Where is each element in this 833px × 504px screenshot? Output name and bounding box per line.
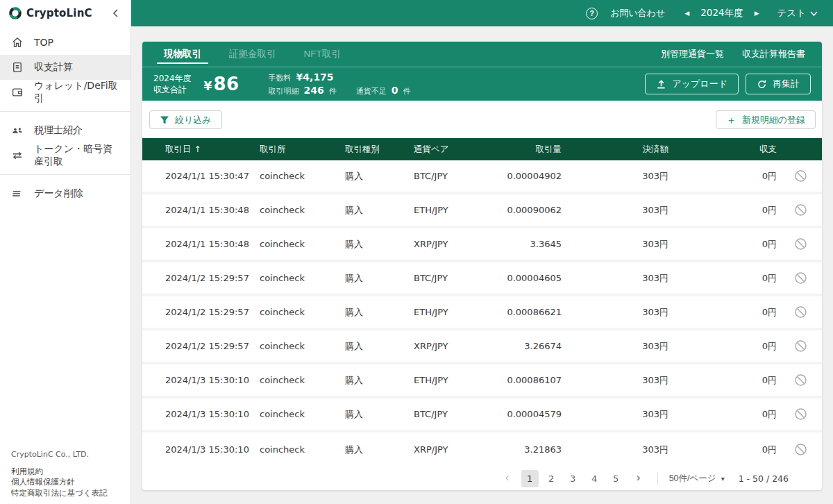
pagination-page-3[interactable]: 3 xyxy=(564,470,582,487)
sidebar-item-top[interactable]: TOP xyxy=(0,30,131,55)
year-prev-icon[interactable]: ◀ xyxy=(684,10,689,17)
shortage-value: 0 xyxy=(392,85,398,96)
cell-pair: BTC/JPY xyxy=(414,409,497,419)
shortage-label: 通貨不足 xyxy=(356,86,387,96)
cell-pnl: 0円 xyxy=(677,238,780,251)
sidebar-item-label: データ削除 xyxy=(34,187,83,200)
cell-exchange: coincheck xyxy=(259,444,345,455)
cell-pair: BTC/JPY xyxy=(414,273,497,283)
fiscal-year-label: 2024年度 xyxy=(700,7,743,19)
sidebar-item-data-delete[interactable]: データ削除 xyxy=(0,181,131,206)
sidebar-nav: TOP 収支計算 ウォレット/DeFi取引 税理士紹介 トー xyxy=(0,26,131,206)
cell-quantity: 3.26674 xyxy=(497,341,564,351)
tab-nft-trading[interactable]: NFT取引 xyxy=(290,42,355,67)
column-header-type[interactable]: 取引種別 xyxy=(345,144,414,156)
pagination-next-icon[interactable]: › xyxy=(631,471,646,487)
year-next-icon[interactable]: ▶ xyxy=(755,10,759,17)
cell-date: 2024/1/1 15:30:47 xyxy=(142,171,259,181)
cell-settlement: 303円 xyxy=(564,170,677,183)
exclude-row-button[interactable] xyxy=(793,407,809,422)
block-icon xyxy=(794,339,807,353)
sidebar-divider xyxy=(0,111,131,112)
exclude-row-button[interactable] xyxy=(793,442,809,457)
pnl-report-link[interactable]: 収支計算報告書 xyxy=(742,48,805,60)
table-body: 2024/1/1 15:30:47 coincheck 購入 BTC/JPY 0… xyxy=(142,160,822,467)
refresh-icon xyxy=(757,79,767,90)
column-header-quantity[interactable]: 取引量 xyxy=(497,144,564,156)
logo-row: CryptoLinC xyxy=(0,0,131,26)
fiscal-year-switcher: ◀ 2024年度 ▶ xyxy=(684,7,759,19)
exclude-row-button[interactable] xyxy=(793,339,809,354)
column-header-pair[interactable]: 通貨ペア xyxy=(414,144,497,156)
cell-type: 購入 xyxy=(345,238,414,251)
column-header-date[interactable]: 取引日↑ xyxy=(142,144,259,156)
cell-exchange: coincheck xyxy=(259,375,345,385)
cell-type: 購入 xyxy=(345,444,414,456)
cell-exchange: coincheck xyxy=(259,341,345,351)
help-icon[interactable]: ? xyxy=(586,8,598,19)
cell-pair: ETH/JPY xyxy=(414,375,497,385)
cell-quantity: 3.3645 xyxy=(497,239,564,249)
column-header-settlement[interactable]: 決済額 xyxy=(564,144,677,156)
pagination-page-2[interactable]: 2 xyxy=(543,470,560,487)
total-value: 86 xyxy=(213,74,239,94)
block-icon xyxy=(794,373,807,387)
pagination-page-1[interactable]: 1 xyxy=(521,470,539,487)
cell-quantity: 0.00090062 xyxy=(497,205,564,215)
terms-link[interactable]: 利用規約 xyxy=(11,467,108,478)
sidebar-divider xyxy=(0,174,131,175)
tab-spot-trading[interactable]: 現物取引 xyxy=(150,42,215,67)
exclude-row-button[interactable] xyxy=(793,203,809,218)
cell-type: 購入 xyxy=(345,204,414,217)
detail-count-value: 246 xyxy=(304,85,324,96)
exclude-row-button[interactable] xyxy=(793,305,809,320)
pagination-page-5[interactable]: 5 xyxy=(607,470,625,487)
block-icon xyxy=(794,237,807,251)
exclude-row-button[interactable] xyxy=(793,373,809,388)
cell-pnl: 0円 xyxy=(677,204,780,217)
new-record-button[interactable]: ＋ 新規明細の登録 xyxy=(716,110,816,129)
card-header: 現物取引 証拠金取引 NFT取引 別管理通貨一覧 収支計算報告書 2024年度 … xyxy=(142,42,822,101)
commerce-law-link[interactable]: 特定商取引法に基づく表記 xyxy=(11,488,108,499)
column-header-exchange[interactable]: 取引所 xyxy=(259,144,345,156)
home-icon xyxy=(11,36,24,49)
sidebar-item-pnl-calc[interactable]: 収支計算 xyxy=(0,55,131,80)
exclude-row-button[interactable] xyxy=(793,169,809,184)
company-name: CryptoLinC Co., LTD. xyxy=(11,450,108,459)
pagination-page-4[interactable]: 4 xyxy=(586,470,603,487)
pagination: ‹ 12345 › 50件/ページ ▾ 1 - 50 / 246 xyxy=(142,467,822,490)
banner-actions: アップロード 再集計 xyxy=(645,74,811,94)
filter-button[interactable]: 絞り込み xyxy=(149,110,222,129)
cell-pnl: 0円 xyxy=(677,374,780,387)
table-row: 2024/1/3 15:30:10 coincheck 購入 ETH/JPY 0… xyxy=(142,364,822,398)
pagination-divider xyxy=(657,472,658,485)
block-icon xyxy=(794,408,807,421)
sidebar: CryptoLinC TOP 収支計算 ウォレット/DeFi取引 xyxy=(0,0,131,504)
pagination-prev-icon[interactable]: ‹ xyxy=(500,471,515,487)
cell-settlement: 303円 xyxy=(564,444,677,456)
tab-margin-trading[interactable]: 証拠金取引 xyxy=(215,42,290,67)
sidebar-item-label: 税理士紹介 xyxy=(34,124,83,137)
sidebar-collapse-button[interactable] xyxy=(108,6,122,20)
cell-pair: XRP/JPY xyxy=(414,444,497,455)
people-icon xyxy=(11,124,24,137)
account-menu[interactable]: テスト xyxy=(777,7,818,19)
column-header-pnl[interactable]: 収支 xyxy=(677,144,780,156)
cell-exchange: coincheck xyxy=(259,307,345,317)
cell-pnl: 0円 xyxy=(677,306,780,319)
fee-label: 手数料 xyxy=(269,73,292,83)
recalculate-button[interactable]: 再集計 xyxy=(746,74,811,94)
privacy-policy-link[interactable]: 個人情報保護方針 xyxy=(11,477,108,488)
exclude-row-button[interactable] xyxy=(793,271,809,286)
managed-currency-list-link[interactable]: 別管理通貨一覧 xyxy=(661,48,724,60)
cell-date: 2024/1/2 15:29:57 xyxy=(142,307,259,317)
table-header: 取引日↑ 取引所 取引種別 通貨ペア 取引量 決済額 収支 xyxy=(142,138,822,160)
upload-button[interactable]: アップロード xyxy=(645,74,739,94)
per-page-select[interactable]: 50件/ページ ▾ xyxy=(669,473,725,485)
contact-link[interactable]: お問い合わせ xyxy=(610,7,665,19)
sidebar-item-wallet-defi[interactable]: ウォレット/DeFi取引 xyxy=(0,80,131,105)
cell-quantity: 0.00004902 xyxy=(497,171,564,181)
exclude-row-button[interactable] xyxy=(793,237,809,252)
sidebar-item-tax-accountant[interactable]: 税理士紹介 xyxy=(0,118,131,143)
sidebar-item-token-redemption[interactable]: トークン・暗号資産引取 xyxy=(0,143,131,168)
